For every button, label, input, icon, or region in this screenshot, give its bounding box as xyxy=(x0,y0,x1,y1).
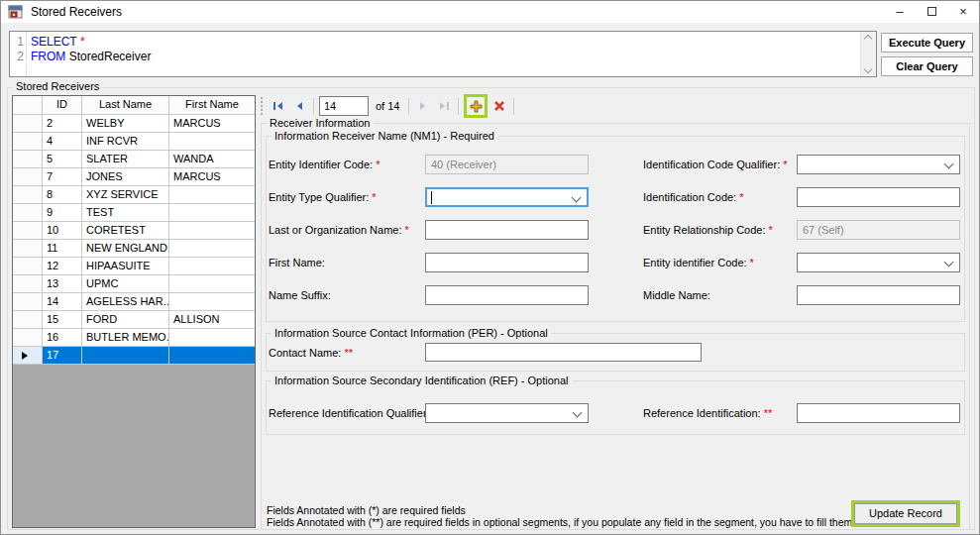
grid-cell[interactable] xyxy=(169,275,255,293)
grid-row[interactable]: 15FORDALLISON xyxy=(13,311,255,329)
grid-row[interactable]: 10CORETEST xyxy=(13,222,255,240)
chevron-down-icon[interactable] xyxy=(944,160,954,169)
row-selector[interactable] xyxy=(13,186,43,204)
move-last-button[interactable] xyxy=(435,97,453,115)
grid-row[interactable]: 5SLATERWANDA xyxy=(13,151,255,168)
row-selector[interactable] xyxy=(13,293,43,311)
row-selector[interactable] xyxy=(13,329,43,347)
grid-cell[interactable]: JONES xyxy=(82,168,169,186)
grid-row[interactable]: 9TEST xyxy=(13,204,255,222)
reference-identification-qualifier-combo[interactable] xyxy=(425,403,589,423)
clear-query-button[interactable]: Clear Query xyxy=(881,56,973,76)
row-selector[interactable] xyxy=(13,133,43,151)
grid-row[interactable]: 7JONESMARCUS xyxy=(13,168,255,186)
grid-cell[interactable]: 13 xyxy=(43,275,82,293)
grid-cell[interactable]: UPMC xyxy=(82,275,169,293)
grid-cell[interactable]: XYZ SERVICE xyxy=(82,186,169,204)
grid-cell[interactable]: SLATER xyxy=(82,151,169,168)
grid-cell[interactable]: WANDA xyxy=(169,151,255,168)
grid-cell[interactable]: CORETEST xyxy=(82,222,169,240)
grid-cell[interactable]: AGELESS HAR... xyxy=(82,293,169,311)
middle-name-field[interactable] xyxy=(797,285,960,305)
grid-cell[interactable]: INF RCVR xyxy=(82,133,169,151)
row-selector[interactable] xyxy=(13,115,43,133)
move-first-button[interactable] xyxy=(270,97,287,115)
column-header-id[interactable]: ID xyxy=(43,96,82,115)
entity-type-qualifier-combo[interactable] xyxy=(425,187,589,207)
grid-cell[interactable]: ALLISON xyxy=(169,311,255,329)
row-selector[interactable] xyxy=(13,311,43,329)
move-next-button[interactable] xyxy=(414,97,432,115)
grid-cell[interactable]: HIPAASUITE xyxy=(82,258,169,275)
grid-row[interactable]: 4INF RCVR xyxy=(13,133,255,151)
row-selector[interactable] xyxy=(13,275,43,293)
grid-cell[interactable]: 11 xyxy=(43,240,82,258)
grid-cell[interactable] xyxy=(169,240,255,258)
column-header-first-name[interactable]: First Name xyxy=(169,96,255,115)
row-selector[interactable] xyxy=(13,347,43,365)
grid-cell[interactable]: FORD xyxy=(82,311,169,329)
grid-cell[interactable]: 10 xyxy=(43,222,82,240)
grid-row[interactable]: 13UPMC xyxy=(13,275,255,293)
grid-cell[interactable]: 9 xyxy=(43,204,82,222)
grid-cell[interactable] xyxy=(169,204,255,222)
row-selector[interactable] xyxy=(13,258,43,275)
move-previous-button[interactable] xyxy=(290,97,308,115)
grid-row[interactable]: 8XYZ SERVICE xyxy=(13,186,255,204)
grid-cell[interactable]: NEW ENGLAND... xyxy=(82,240,169,258)
grid-cell[interactable] xyxy=(169,329,255,347)
chevron-down-icon[interactable] xyxy=(944,258,954,268)
grid-row[interactable]: 12HIPAASUITE xyxy=(13,258,255,275)
contact-name-field[interactable] xyxy=(425,343,702,362)
chevron-down-icon[interactable] xyxy=(572,193,582,203)
grid-row[interactable]: 14AGELESS HAR... xyxy=(13,293,255,311)
row-selector[interactable] xyxy=(13,240,43,258)
sql-scrollbar[interactable] xyxy=(860,32,876,76)
add-new-button[interactable] xyxy=(467,97,485,115)
title-bar[interactable]: Stored Receivers – × xyxy=(1,1,979,23)
maximize-button[interactable] xyxy=(916,1,947,23)
last-or-organization-name-field[interactable] xyxy=(425,220,589,240)
grid-cell[interactable]: MARCUS xyxy=(169,115,255,133)
grid-cell[interactable]: 17 xyxy=(43,347,82,365)
row-selector[interactable] xyxy=(13,168,43,186)
row-selector[interactable] xyxy=(13,222,43,240)
minimize-button[interactable]: – xyxy=(884,1,916,23)
grid-cell[interactable]: 12 xyxy=(43,258,82,275)
receivers-grid[interactable]: ID Last Name First Name 2WELBYMARCUS4INF… xyxy=(12,95,256,528)
toolbar-grip[interactable] xyxy=(261,97,265,115)
grid-cell[interactable]: 4 xyxy=(43,133,82,151)
grid-row[interactable]: 11NEW ENGLAND... xyxy=(13,240,255,258)
grid-cell[interactable]: 7 xyxy=(43,168,82,186)
grid-cell[interactable]: 15 xyxy=(43,311,82,329)
row-selector[interactable] xyxy=(13,204,43,222)
grid-cell[interactable]: BUTLER MEMO... xyxy=(82,329,169,347)
grid-cell[interactable]: 8 xyxy=(43,186,82,204)
reference-identification-field[interactable] xyxy=(797,403,960,423)
grid-cell[interactable] xyxy=(169,347,255,365)
grid-cell[interactable]: 14 xyxy=(43,293,82,311)
chevron-down-icon[interactable] xyxy=(573,408,583,418)
close-button[interactable]: × xyxy=(947,1,979,23)
grid-cell[interactable]: MARCUS xyxy=(169,168,255,186)
grid-cell[interactable] xyxy=(169,293,255,311)
grid-row[interactable]: 16BUTLER MEMO... xyxy=(13,329,255,347)
entity-identifier-code-2-combo[interactable] xyxy=(797,253,960,272)
grid-cell[interactable] xyxy=(82,347,169,365)
grid-cell[interactable] xyxy=(169,186,255,204)
grid-cell[interactable]: 5 xyxy=(43,151,82,168)
name-suffix-field[interactable] xyxy=(425,285,589,305)
grid-cell[interactable] xyxy=(169,222,255,240)
grid-cell[interactable]: TEST xyxy=(82,204,169,222)
grid-cell[interactable] xyxy=(169,133,255,151)
first-name-field[interactable] xyxy=(425,253,589,272)
grid-row[interactable]: 2WELBYMARCUS xyxy=(13,115,255,133)
scroll-down-icon[interactable] xyxy=(864,65,872,73)
selected-grid-row[interactable]: 17 xyxy=(13,347,255,365)
grid-cell[interactable]: WELBY xyxy=(82,115,169,133)
identification-code-qualifier-combo[interactable] xyxy=(797,155,960,174)
scroll-up-icon[interactable] xyxy=(864,35,872,43)
position-input[interactable] xyxy=(319,96,369,116)
grid-cell[interactable]: 16 xyxy=(43,329,82,347)
grid-cell[interactable]: 2 xyxy=(43,115,82,133)
